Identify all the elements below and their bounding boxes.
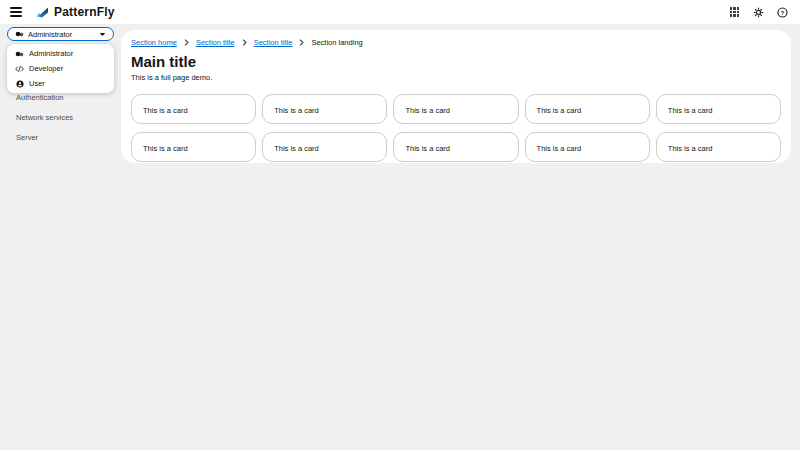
card: This is a card: [656, 132, 781, 162]
card: This is a card: [131, 94, 256, 124]
chevron-right-icon: [299, 39, 304, 46]
menu-item-label: User: [29, 79, 45, 88]
card: This is a card: [656, 94, 781, 124]
sidebar: Administrator Administrator: [0, 24, 121, 164]
card: This is a card: [525, 132, 650, 162]
breadcrumb-link[interactable]: Section title: [254, 38, 293, 47]
menu-item-label: Administrator: [29, 49, 73, 58]
apps-grid-icon[interactable]: [728, 6, 741, 19]
page-main: Section home Section title Section title…: [121, 30, 791, 163]
sidebar-nav: Authentication Network services Server: [0, 88, 121, 148]
breadcrumb-current: Section landing: [311, 38, 362, 47]
card: This is a card: [393, 132, 518, 162]
chevron-right-icon: [242, 39, 247, 46]
card: This is a card: [131, 132, 256, 162]
breadcrumb-link[interactable]: Section title: [196, 38, 235, 47]
card: This is a card: [525, 94, 650, 124]
brand-name: PatternFly: [54, 5, 115, 19]
context-selector-value: Administrator: [28, 30, 72, 39]
sidebar-item-network-services[interactable]: Network services: [0, 108, 121, 128]
context-selector-toggle[interactable]: Administrator: [7, 27, 114, 41]
svg-text:?: ?: [781, 8, 785, 15]
chevron-right-icon: [184, 39, 189, 46]
caret-down-icon: [99, 32, 106, 37]
settings-gear-icon[interactable]: [752, 6, 765, 19]
card: This is a card: [262, 132, 387, 162]
context-selector-menu: Administrator Developer User: [7, 44, 114, 93]
menu-item-label: Developer: [29, 64, 63, 73]
code-icon: [15, 65, 24, 73]
breadcrumb-link[interactable]: Section home: [131, 38, 177, 47]
masthead-actions: ?: [728, 6, 789, 19]
user-circle-icon: [15, 80, 24, 88]
page-title: Main title: [131, 53, 781, 70]
card-grid: This is a card This is a card This is a …: [131, 94, 781, 162]
brand-logo[interactable]: PatternFly: [35, 5, 115, 19]
help-question-icon[interactable]: ?: [776, 6, 789, 19]
page-description: This is a full page demo.: [131, 73, 781, 82]
user-cog-icon: [15, 50, 24, 58]
card: This is a card: [262, 94, 387, 124]
patternfly-logo-icon: [35, 6, 49, 19]
masthead: PatternFly ?: [0, 0, 800, 24]
menu-item-developer[interactable]: Developer: [7, 61, 114, 76]
card: This is a card: [393, 94, 518, 124]
sidebar-item-server[interactable]: Server: [0, 128, 121, 148]
menu-item-user[interactable]: User: [7, 76, 114, 91]
user-cog-icon: [15, 30, 24, 38]
hamburger-icon[interactable]: [10, 7, 22, 17]
menu-item-administrator[interactable]: Administrator: [7, 46, 114, 61]
breadcrumb: Section home Section title Section title…: [131, 38, 781, 47]
